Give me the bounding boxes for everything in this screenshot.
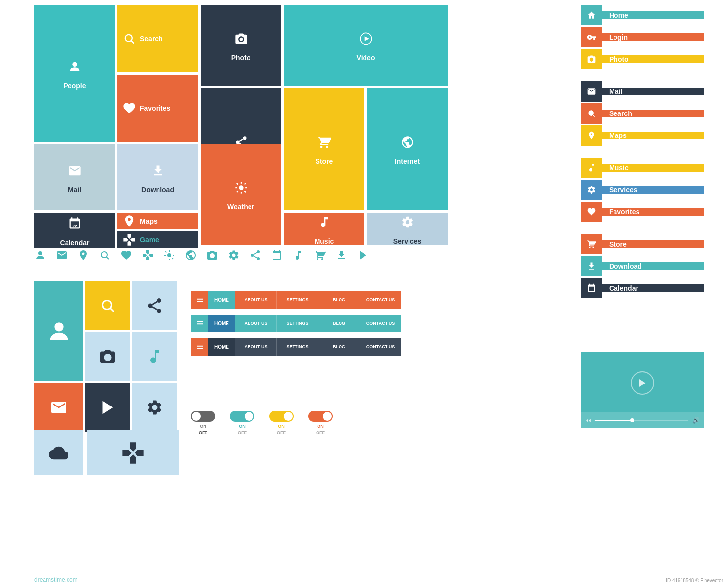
nav3-hamburger[interactable]: [191, 338, 208, 356]
list-item-search[interactable]: Search: [581, 103, 704, 124]
list-item-services[interactable]: Services: [581, 180, 704, 200]
svg-point-43: [157, 309, 161, 313]
tile-music[interactable]: Music: [284, 213, 364, 245]
bottom-tile-play[interactable]: [85, 383, 130, 432]
svg-line-30: [165, 251, 166, 252]
icon-row-camera[interactable]: [206, 249, 218, 264]
music-icon: [318, 213, 331, 233]
toggle-2-thumb: [245, 412, 253, 421]
nav1-blog[interactable]: BLOG: [318, 291, 360, 309]
icon-row-person[interactable]: [34, 249, 46, 264]
nav3-about[interactable]: ABOUT US: [235, 338, 276, 356]
navbar-3: HOME ABOUT US SETTINGS BLOG CONTACT US: [191, 338, 401, 356]
nav1-settings[interactable]: SETTINGS: [276, 291, 318, 309]
list-item-download[interactable]: Download: [581, 256, 704, 276]
list-item-calendar[interactable]: Calendar: [581, 278, 704, 298]
video-progress-bar[interactable]: [595, 420, 688, 421]
tile-mail[interactable]: Mail: [34, 144, 115, 210]
icon-row-mail[interactable]: [56, 249, 68, 264]
tile-store[interactable]: Store: [284, 88, 364, 210]
bottom-tile-search[interactable]: [85, 281, 130, 330]
cart-icon: [318, 133, 331, 154]
list-item-store[interactable]: Store: [581, 234, 704, 254]
bottom-tile-share[interactable]: [132, 281, 177, 330]
list-item-music[interactable]: Music: [581, 158, 704, 178]
tile-search[interactable]: Search: [117, 5, 198, 72]
icon-row-download[interactable]: [336, 249, 347, 264]
nav2-settings[interactable]: SETTINGS: [276, 315, 318, 332]
icon-row-globe[interactable]: [185, 249, 197, 264]
video-volume-icon[interactable]: 🔊: [692, 417, 700, 424]
icon-row: [34, 249, 369, 264]
icon-row-calendar[interactable]: [271, 249, 283, 264]
nav3-blog[interactable]: BLOG: [318, 338, 360, 356]
bottom-tile-person[interactable]: [34, 281, 83, 381]
nav1-about[interactable]: ABOUT US: [235, 291, 276, 309]
calendar-sm-icon: [581, 278, 602, 298]
bottom-tile-gear[interactable]: [132, 383, 177, 432]
tile-maps-label: Maps: [140, 217, 158, 225]
icon-row-gear[interactable]: [228, 249, 240, 264]
nav1-home-label: HOME: [214, 297, 229, 303]
nav1-contact[interactable]: CONTACT US: [360, 291, 401, 309]
nav2-about[interactable]: ABOUT US: [235, 315, 276, 332]
nav2-hamburger[interactable]: [191, 315, 208, 332]
svg-point-22: [38, 251, 42, 255]
list-item-favorites[interactable]: Favorites: [581, 202, 704, 222]
tile-favorites[interactable]: Favorites: [117, 75, 198, 142]
toggle-1-track[interactable]: [191, 411, 215, 422]
video-rewind-btn[interactable]: ⏮: [585, 417, 591, 424]
list-item-home[interactable]: Home: [581, 5, 704, 25]
nav2-contact[interactable]: CONTACT US: [360, 315, 401, 332]
tile-video-label: Video: [357, 54, 375, 62]
tile-download[interactable]: Download: [117, 144, 198, 210]
bottom-tile-camera[interactable]: [85, 332, 130, 381]
tile-calendar-label: Calendar: [60, 239, 90, 247]
icon-row-music[interactable]: [293, 249, 304, 264]
icon-row-search[interactable]: [99, 249, 111, 264]
nav2-blog[interactable]: BLOG: [318, 315, 360, 332]
toggle-4-on-label: ON: [317, 424, 324, 429]
tile-game[interactable]: Game: [117, 231, 198, 248]
icon-row-sun[interactable]: [163, 249, 175, 264]
list-item-photo[interactable]: Photo: [581, 49, 704, 69]
key-icon: [581, 27, 602, 47]
nav3-home[interactable]: HOME: [208, 338, 235, 356]
video-play-button[interactable]: [631, 371, 654, 395]
nav3-settings[interactable]: SETTINGS: [276, 338, 318, 356]
nav2-home[interactable]: HOME: [208, 315, 235, 332]
toggle-4-track[interactable]: [308, 411, 333, 422]
toggle-4-off-label: OFF: [316, 430, 325, 435]
nav1-hamburger[interactable]: [191, 291, 208, 309]
toggle-1[interactable]: [191, 411, 215, 422]
list-item-mail[interactable]: Mail: [581, 81, 704, 102]
bottom-tile-cloud[interactable]: [34, 430, 83, 475]
tile-photo[interactable]: Photo: [201, 5, 281, 86]
list-item-login[interactable]: Login: [581, 27, 704, 47]
bottom-tile-gamepad[interactable]: [87, 430, 179, 475]
tile-maps[interactable]: Maps: [117, 213, 198, 229]
icon-row-heart[interactable]: [120, 249, 132, 264]
tile-services[interactable]: Services: [367, 213, 448, 245]
tile-internet[interactable]: Internet: [367, 88, 448, 210]
list-item-maps[interactable]: Maps: [581, 125, 704, 146]
nav1-home[interactable]: HOME: [208, 291, 235, 309]
icon-row-gamepad[interactable]: [142, 249, 154, 264]
toggle-4[interactable]: [308, 411, 333, 422]
tile-calendar[interactable]: 22 Calendar: [34, 213, 115, 248]
icon-row-play[interactable]: [357, 249, 369, 264]
icon-row-pin[interactable]: [77, 249, 89, 264]
tile-video[interactable]: Video: [284, 5, 448, 86]
bottom-tile-music[interactable]: [132, 332, 177, 381]
cart-sm-icon: [581, 234, 602, 254]
toggle-3[interactable]: [269, 411, 294, 422]
toggle-2-track[interactable]: [230, 411, 254, 422]
icon-row-share[interactable]: [250, 249, 261, 264]
toggle-3-track[interactable]: [269, 411, 294, 422]
icon-row-cart[interactable]: [314, 249, 326, 264]
bottom-tile-mail[interactable]: [34, 383, 83, 432]
toggle-2[interactable]: [230, 411, 254, 422]
nav3-contact[interactable]: CONTACT US: [360, 338, 401, 356]
tile-weather[interactable]: Weather: [201, 144, 281, 245]
tile-people[interactable]: People: [34, 5, 115, 142]
